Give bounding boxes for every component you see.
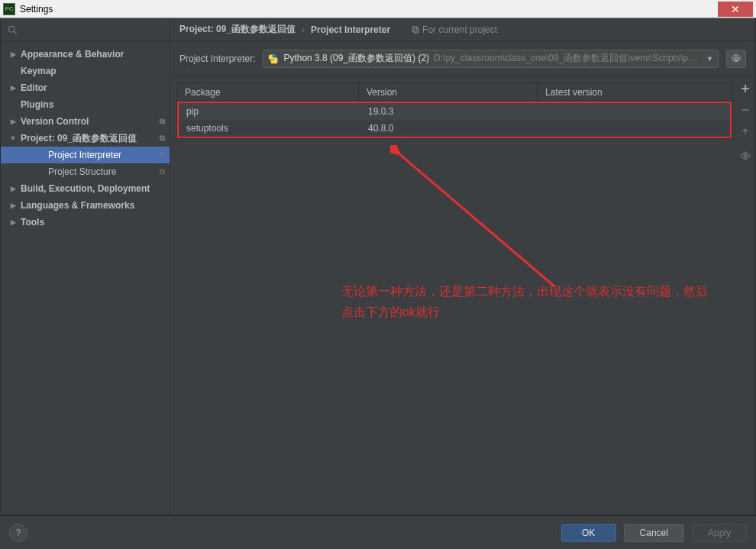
interpreter-name: Python 3.8 (09_函数参数返回值) (2) [283, 52, 429, 65]
annotation-arrow [390, 145, 558, 290]
cell-package: pip [179, 106, 360, 117]
sidebar-item-editor[interactable]: ▶Editor [1, 79, 170, 96]
add-package-button[interactable] [739, 82, 751, 95]
remove-package-button[interactable] [739, 104, 751, 116]
sidebar-item-label: Languages & Frameworks [21, 200, 134, 211]
packages-table: Package Version Latest version pip19.0.3… [176, 82, 732, 139]
main-area: ▶Appearance & BehaviorKeymap▶EditorPlugi… [0, 18, 756, 515]
table-body: pip19.0.3setuptools40.8.0 [177, 102, 732, 138]
sidebar-item-label: Appearance & Behavior [21, 49, 124, 60]
cell-version: 19.0.3 [360, 106, 539, 117]
header-package[interactable]: Package [177, 83, 359, 101]
tree-arrow-icon: ▶ [8, 218, 18, 226]
tree-arrow-icon: ▶ [8, 84, 18, 92]
sidebar-item-label: Keymap [21, 66, 57, 76]
copy-icon [412, 26, 419, 34]
sidebar-item-label: Editor [21, 82, 47, 93]
breadcrumb-hint: For current project [412, 24, 497, 35]
up-arrow-icon [741, 127, 750, 136]
ok-button[interactable]: OK [561, 524, 616, 542]
breadcrumb-current: Project Interpreter [311, 24, 390, 35]
sidebar-item-keymap[interactable]: Keymap [1, 63, 170, 79]
interpreter-path: D:\py_classroom\class_one\09_函数参数返回值\ven… [434, 52, 699, 65]
project-scope-icon: ⧉ [160, 117, 165, 126]
tree-arrow-icon: ▶ [8, 202, 18, 209]
sidebar-item-tools[interactable]: ▶Tools [1, 214, 170, 231]
sidebar-item-version-control[interactable]: ▶Version Control⧉ [1, 113, 170, 130]
sidebar-item-label: Project Structure [48, 166, 116, 177]
sidebar-item-project-interpreter[interactable]: Project Interpreter⧉ [1, 147, 170, 163]
titlebar: PC Settings ✕ [0, 0, 756, 18]
interpreter-settings-button[interactable] [726, 50, 746, 68]
eye-icon [740, 150, 751, 161]
svg-rect-3 [414, 28, 418, 33]
project-scope-icon: ⧉ [160, 150, 165, 160]
sidebar-item-label: Build, Execution, Deployment [21, 183, 150, 194]
sidebar-item-languages-frameworks[interactable]: ▶Languages & Frameworks [1, 197, 170, 214]
gear-icon [731, 53, 741, 64]
app-icon: PC [3, 3, 15, 15]
tree-arrow-icon: ▶ [8, 50, 18, 58]
project-scope-icon: ⧉ [160, 134, 165, 143]
python-icon [268, 53, 279, 64]
tree-arrow-icon: ▼ [8, 134, 18, 142]
breadcrumb-separator: › [302, 24, 305, 35]
breadcrumb-root[interactable]: Project: 09_函数参数返回值 [179, 23, 296, 36]
table-row[interactable]: setuptools40.8.0 [179, 120, 730, 137]
sidebar: ▶Appearance & BehaviorKeymap▶EditorPlugi… [1, 18, 170, 515]
sidebar-item-project-structure[interactable]: Project Structure⧉ [1, 163, 170, 180]
tree-arrow-icon: ▶ [8, 118, 18, 125]
header-latest[interactable]: Latest version [538, 83, 732, 101]
close-button[interactable]: ✕ [718, 2, 753, 17]
svg-line-1 [14, 31, 16, 34]
plus-icon [741, 84, 750, 93]
table-side-toolbar [735, 76, 755, 515]
cell-version: 40.8.0 [360, 123, 539, 134]
help-button[interactable]: ? [9, 524, 27, 542]
sidebar-item-label: Project: 09_函数参数返回值 [21, 132, 137, 145]
interpreter-row: Project Interpreter: Python 3.8 (09_函数参数… [170, 41, 755, 76]
search-input[interactable] [22, 24, 163, 35]
sidebar-item-label: Version Control [21, 116, 89, 127]
project-scope-icon: ⧉ [160, 167, 165, 176]
search-icon [7, 24, 18, 35]
header-version[interactable]: Version [359, 83, 538, 101]
sidebar-item-build-execution-deployment[interactable]: ▶Build, Execution, Deployment [1, 180, 170, 197]
table-header: Package Version Latest version [177, 83, 732, 102]
bottom-bar: ? OK Cancel Apply [0, 515, 756, 549]
sidebar-item-label: Project Interpreter [48, 150, 121, 160]
svg-point-6 [735, 57, 738, 60]
annotation-text: 无论第一种方法，还是第二种方法，出现这个就表示没有问题，然后点击下方的ok就行 [341, 281, 708, 322]
svg-rect-2 [412, 27, 417, 31]
svg-point-5 [274, 61, 275, 62]
cancel-button[interactable]: Cancel [624, 524, 684, 542]
table-row[interactable]: pip19.0.3 [179, 103, 730, 120]
chevron-down-icon: ▼ [706, 55, 713, 63]
minus-icon [741, 105, 750, 115]
sidebar-search[interactable] [1, 18, 170, 41]
breadcrumb: Project: 09_函数参数返回值 › Project Interprete… [170, 18, 755, 41]
upgrade-package-button[interactable] [739, 125, 751, 137]
sidebar-item-appearance-behavior[interactable]: ▶Appearance & Behavior [1, 46, 170, 63]
content-panel: Project: 09_函数参数返回值 › Project Interprete… [170, 18, 755, 515]
sidebar-item-label: Tools [21, 217, 44, 228]
sidebar-item-plugins[interactable]: Plugins [1, 96, 170, 113]
apply-button: Apply [692, 524, 747, 542]
interpreter-label: Project Interpreter: [179, 53, 255, 64]
settings-tree: ▶Appearance & BehaviorKeymap▶EditorPlugi… [1, 41, 170, 231]
tree-arrow-icon: ▶ [8, 185, 18, 192]
cell-package: setuptools [179, 123, 360, 134]
svg-point-0 [8, 26, 15, 32]
interpreter-dropdown[interactable]: Python 3.8 (09_函数参数返回值) (2) D:\py_classr… [263, 50, 719, 68]
svg-line-7 [398, 153, 554, 286]
packages-area: Package Version Latest version pip19.0.3… [170, 76, 755, 515]
sidebar-item-project-09[interactable]: ▼Project: 09_函数参数返回值⧉ [1, 130, 170, 147]
window-title: Settings [20, 4, 53, 15]
show-early-releases-button[interactable] [739, 150, 751, 162]
svg-point-8 [744, 154, 747, 157]
sidebar-item-label: Plugins [21, 99, 53, 110]
